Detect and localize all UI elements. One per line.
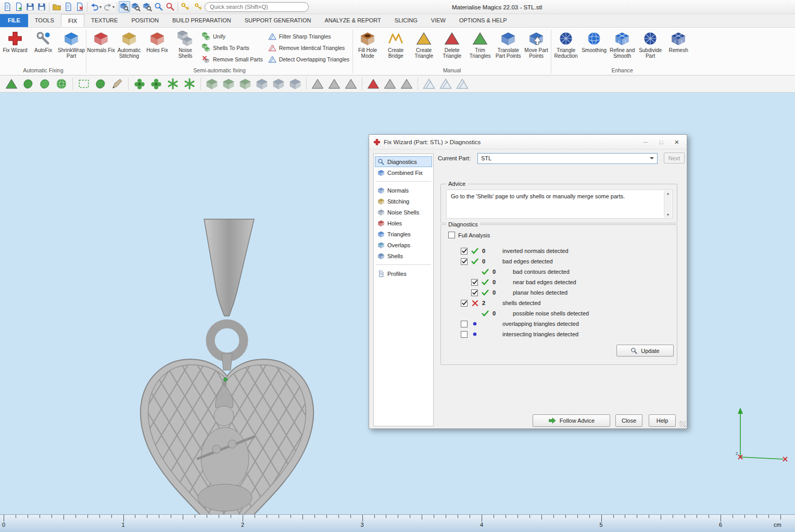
close-icon[interactable]: × bbox=[669, 137, 685, 147]
automatic-stitching-button[interactable]: Automatic Stitching bbox=[115, 28, 143, 67]
cube-view-6-icon[interactable] bbox=[288, 77, 302, 91]
undo-dropdown-icon[interactable]: ▾ bbox=[99, 5, 102, 9]
resize-grip[interactable] bbox=[679, 421, 686, 427]
plane-tool-5-icon[interactable] bbox=[399, 77, 414, 91]
wizard-page-holes[interactable]: Holes bbox=[375, 218, 432, 229]
full-analysis-checkbox[interactable] bbox=[448, 232, 455, 238]
search-input[interactable] bbox=[210, 4, 304, 10]
update-button[interactable]: Update bbox=[616, 345, 674, 357]
ghost-triangle-3-icon[interactable] bbox=[455, 77, 470, 91]
checkbox-bad-edges-detected[interactable] bbox=[461, 258, 468, 265]
tab-build-preparation[interactable]: BUILD PREPARATION bbox=[166, 14, 238, 27]
tab-view[interactable]: VIEW bbox=[424, 14, 452, 27]
mark-shell-icon[interactable] bbox=[21, 77, 35, 91]
zoom-out-icon[interactable] bbox=[165, 1, 176, 12]
mark-sphere-icon[interactable] bbox=[54, 77, 69, 91]
delete-triangle-button[interactable]: Delete Triangle bbox=[438, 28, 466, 67]
cube-view-3-icon[interactable] bbox=[238, 77, 253, 91]
close-part-icon[interactable] bbox=[74, 1, 85, 12]
zoom-in-icon[interactable] bbox=[153, 1, 165, 12]
mark-plane-icon[interactable] bbox=[37, 77, 52, 91]
search-box[interactable] bbox=[205, 2, 309, 12]
refine-and-smooth-button[interactable]: Refine and Smooth bbox=[608, 28, 636, 67]
holes-fix-button[interactable]: Holes Fix bbox=[143, 28, 171, 67]
import-part-icon[interactable] bbox=[13, 1, 24, 12]
model-pendant[interactable] bbox=[130, 214, 318, 514]
tab-support-generation[interactable]: SUPPORT GENERATION bbox=[238, 14, 318, 27]
wizard-page-shells[interactable]: Shells bbox=[375, 250, 432, 261]
create-triangle-button[interactable]: Create Triangle bbox=[410, 28, 438, 67]
wizard-page-combined-fix[interactable]: Combined Fix bbox=[375, 167, 432, 178]
unmark-all-icon[interactable] bbox=[149, 77, 163, 91]
redo-icon[interactable] bbox=[102, 1, 113, 12]
trim-triangles-button[interactable]: Trim Triangles bbox=[466, 28, 494, 67]
dialog-titlebar[interactable]: Fix Wizard (Part: STL) > Diagnostics ─ □… bbox=[369, 135, 687, 149]
subdivide-part-button[interactable]: Subdivide Part bbox=[636, 28, 664, 67]
wizard-page-stitching[interactable]: Stitching bbox=[375, 196, 432, 207]
save-icon[interactable] bbox=[24, 1, 36, 12]
next-button[interactable]: Next bbox=[664, 153, 685, 163]
tab-fix[interactable]: FIX bbox=[61, 14, 84, 27]
mark-all-icon[interactable] bbox=[132, 77, 147, 91]
shells-to-parts-button[interactable]: Shells To Parts bbox=[202, 43, 263, 53]
zoom-selection-icon[interactable] bbox=[130, 1, 142, 12]
save-as-icon[interactable] bbox=[36, 1, 47, 12]
wizard-page-diagnostics[interactable]: Diagnostics bbox=[375, 156, 432, 167]
move-part-points-button[interactable]: Move Part Points bbox=[522, 28, 550, 67]
detect-overlapping-triangles-button[interactable]: Detect Overlapping Triangles bbox=[268, 55, 349, 64]
scroll-up-icon[interactable]: ▲ bbox=[666, 192, 670, 195]
tab-slicing[interactable]: SLICING bbox=[388, 14, 424, 27]
remove-small-parts-button[interactable]: Remove Small Parts bbox=[202, 55, 263, 64]
plane-tool-1-icon[interactable] bbox=[310, 77, 325, 91]
filter-sharp-triangles-button[interactable]: Filter Sharp Triangles bbox=[268, 32, 349, 41]
cube-view-4-icon[interactable] bbox=[255, 77, 269, 91]
rectangle-selection-icon[interactable] bbox=[77, 77, 91, 91]
wizard-page-overlaps[interactable]: Overlaps bbox=[375, 239, 432, 250]
cube-view-1-icon[interactable] bbox=[205, 77, 219, 91]
autofix-button[interactable]: AutoFix bbox=[29, 28, 57, 67]
fix-wizard-button[interactable]: Fix Wizard bbox=[1, 28, 29, 67]
free-mark-icon[interactable] bbox=[93, 77, 108, 91]
close-button[interactable]: Close bbox=[615, 414, 642, 427]
current-part-select[interactable]: STL bbox=[477, 153, 658, 164]
ghost-triangle-1-icon[interactable] bbox=[422, 77, 436, 91]
invert-marking-icon[interactable] bbox=[166, 77, 180, 91]
wizard-page-triangles[interactable]: Triangles bbox=[375, 229, 432, 239]
smoothing-button[interactable]: Smoothing bbox=[580, 28, 608, 67]
checkbox-inverted-normals-detected[interactable] bbox=[461, 248, 468, 255]
tab-tools[interactable]: TOOLS bbox=[28, 14, 61, 27]
tab-file[interactable]: FILE bbox=[0, 14, 28, 27]
undo-icon[interactable] bbox=[89, 1, 100, 12]
marked-triangles-icon[interactable] bbox=[366, 77, 381, 91]
noise-shells-button[interactable]: Noise Shells bbox=[171, 28, 199, 67]
ghost-triangle-2-icon[interactable] bbox=[438, 77, 453, 91]
cube-view-5-icon[interactable] bbox=[271, 77, 286, 91]
tab-texture[interactable]: TEXTURE bbox=[84, 14, 124, 27]
zoom-fit-icon[interactable] bbox=[119, 1, 130, 12]
checkbox-planar-holes-detected[interactable] bbox=[471, 289, 478, 296]
scroll-down-icon[interactable]: ▼ bbox=[666, 213, 670, 217]
unify-button[interactable]: Unify bbox=[202, 32, 263, 41]
zoom-box-icon[interactable] bbox=[142, 1, 153, 12]
cut-tool-icon[interactable] bbox=[110, 77, 124, 91]
redo-dropdown-icon[interactable]: ▾ bbox=[112, 5, 115, 9]
create-bridge-button[interactable]: Create Bridge bbox=[382, 28, 410, 67]
plane-tool-4-icon[interactable] bbox=[383, 77, 397, 91]
remesh-button[interactable]: Remesh bbox=[664, 28, 692, 67]
cube-view-2-icon[interactable] bbox=[221, 77, 236, 91]
checkbox-intersecting-triangles-detected[interactable] bbox=[461, 331, 468, 338]
shortcut-key-icon[interactable] bbox=[180, 1, 191, 12]
plane-tool-3-icon[interactable] bbox=[344, 77, 358, 91]
load-project-icon[interactable] bbox=[51, 1, 62, 12]
triangle-reduction-button[interactable]: Triangle Reduction bbox=[552, 28, 580, 67]
plane-tool-2-icon[interactable] bbox=[327, 77, 342, 91]
expand-marking-icon[interactable] bbox=[182, 77, 197, 91]
help-button[interactable]: Help bbox=[649, 414, 676, 427]
checkbox-shells-detected[interactable] bbox=[461, 300, 468, 307]
mark-triangle-icon[interactable] bbox=[4, 77, 19, 91]
follow-advice-button[interactable]: Follow Advice bbox=[533, 414, 610, 427]
shrinkwrap-part-button[interactable]: ShrinkWrap Part bbox=[57, 28, 85, 67]
fill-hole-mode-button[interactable]: Fill Hole Mode bbox=[354, 28, 382, 67]
wizard-page-profiles[interactable]: Profiles bbox=[375, 268, 432, 279]
maximize-button[interactable]: □ bbox=[653, 137, 669, 147]
